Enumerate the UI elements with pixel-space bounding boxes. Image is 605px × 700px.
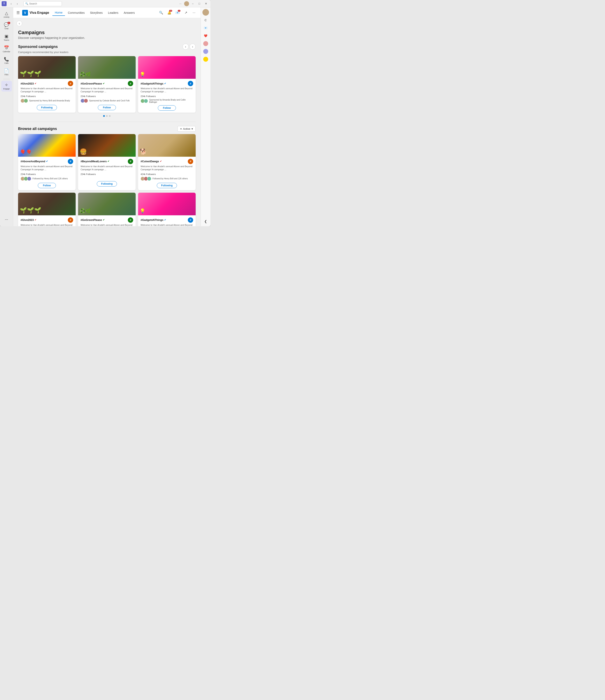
card-body-give2023: #Give2023 ✔ # Welcome to Van Arsdel's an…: [18, 79, 76, 112]
browse-section-title: Browse all campaigns: [18, 127, 57, 131]
nav-item-storylines[interactable]: Storylines: [87, 10, 105, 16]
hashtag-badge-give2023: #: [68, 81, 73, 86]
rs-btn-avatar-4[interactable]: [203, 56, 209, 62]
verified-icon-gadgetsnthings: ✔: [164, 82, 166, 85]
campaign-card-gadgetsnthings-2[interactable]: 💡 #GadgetsNThings ✔ #: [138, 193, 195, 226]
title-bar: T ‹ › 🔍 ··· – □ ✕: [0, 0, 210, 7]
rs-btn-2[interactable]: 📧: [203, 25, 209, 31]
sidebar-item-chat-label: Chat: [4, 28, 8, 30]
search-input[interactable]: [29, 2, 60, 5]
nav-item-answers[interactable]: Answers: [121, 10, 137, 16]
calendar-icon: 📅: [4, 45, 9, 50]
sidebar-item-files[interactable]: 📄 Files: [1, 67, 12, 77]
rs-btn-avatar-3[interactable]: [203, 48, 209, 55]
rs-collapse-button[interactable]: ❮: [203, 218, 209, 225]
engage-topnav: ☰ V Viva Engage Home Communities Storyli…: [13, 7, 201, 18]
campaign-card-give2023-2[interactable]: 🌱🌱🌱 #Give2023 ✔ #: [18, 193, 76, 226]
card-body-cutestdawgs: #CutestDawgs ✔ # Welcome to Van Arsdel's…: [138, 157, 195, 190]
sponsored-prev-button[interactable]: ‹: [183, 44, 189, 50]
right-sidebar: C 📧 ❤️ ❮: [201, 7, 210, 226]
sidebar-more: ···: [1, 214, 12, 225]
rs-btn-avatar-2[interactable]: [203, 40, 209, 47]
campaign-card-give2023[interactable]: 🌱🌱🌱 #Give2023 ✔ #: [18, 56, 76, 113]
mail-button[interactable]: 📧 1: [174, 9, 181, 16]
nav-item-communities[interactable]: Communities: [65, 10, 87, 16]
forward-nav-button[interactable]: ›: [15, 1, 20, 6]
campaign-card-gogreenplease-2[interactable]: ♻️🌿 #GoGreenPlease ✔ #: [78, 193, 136, 226]
filter-icon: ≡: [180, 127, 182, 130]
follow-button-bml[interactable]: Following: [97, 181, 117, 186]
card-action-aab: Follow: [21, 183, 73, 188]
sidebar-item-teams[interactable]: ▣ Teams: [1, 32, 12, 43]
campaign-card-beyondmeatlovers[interactable]: 🍔 #BeyondMeatLovers ✔ #: [78, 134, 136, 190]
sponsor-avatars-gadgetsnthings: [140, 99, 148, 103]
nav-item-leaders[interactable]: Leaders: [105, 10, 121, 16]
more-engage-button[interactable]: ···: [191, 9, 197, 16]
sidebar-item-chat[interactable]: 💬 Chat 1: [1, 21, 12, 31]
sponsored-section-header: Sponsored campaigns ‹ ›: [18, 44, 195, 50]
search-nav-button[interactable]: 🔍: [158, 9, 164, 16]
campaign-card-gogreenplease[interactable]: ♻️🌿 #GoGreenPlease ✔ #: [78, 56, 136, 113]
sponsored-section: Sponsored campaigns ‹ › Campaigns recomm…: [18, 44, 195, 117]
follow-button-gogreenplease[interactable]: Follow: [98, 105, 116, 110]
card-title-row-give2023-2: #Give2023 ✔ #: [21, 217, 73, 223]
close-button[interactable]: ✕: [203, 1, 209, 6]
verified-icon-give2023-2: ✔: [34, 219, 36, 221]
sponsor-avatar-2: [24, 99, 28, 103]
card-image-gadgetsnthings-2: 💡: [138, 193, 195, 215]
follower-avatar-3: [27, 177, 31, 181]
sidebar-item-calls[interactable]: 📞 Calls: [1, 55, 12, 66]
back-button[interactable]: ‹: [17, 21, 22, 26]
search-icon: 🔍: [25, 2, 28, 5]
sidebar-item-teams-label: Teams: [4, 39, 9, 41]
hashtag-badge-gogreenplease: #: [128, 81, 133, 86]
follow-button-aab[interactable]: Follow: [38, 183, 56, 188]
back-nav-button[interactable]: ‹: [8, 1, 14, 6]
rs-avatar-user[interactable]: [203, 9, 209, 16]
card-sponsor-give2023: Sponsored by Henry Brill and Amanda Brad…: [21, 99, 73, 103]
follower-avatars-cd: [140, 177, 151, 181]
sidebar-item-engage[interactable]: ✧ Engage: [1, 81, 12, 92]
card-image-gadgetsnthings: 💡: [138, 56, 195, 79]
dot-3[interactable]: [109, 115, 110, 117]
minimize-button[interactable]: –: [190, 1, 195, 6]
card-desc-bml: Welcome to Van Arsdel's annual Above and…: [81, 165, 133, 171]
search-bar[interactable]: 🔍: [23, 1, 62, 6]
maximize-button[interactable]: □: [196, 1, 202, 6]
verified-icon-gnt2: ✔: [164, 219, 166, 221]
sidebar-item-calendar[interactable]: 📅 Calendar: [1, 44, 12, 54]
campaign-card-gadgetsnthings[interactable]: 💡 #GadgetsNThings ✔ #: [138, 56, 195, 113]
rs-btn-heart[interactable]: ❤️: [203, 32, 209, 39]
campaign-card-aboveandbeyond[interactable]: 🎈🎈 #AboveAndBeyond ✔ #: [18, 134, 76, 190]
card-image-gogreenplease-2: ♻️🌿: [78, 193, 136, 215]
dot-1[interactable]: [103, 115, 105, 117]
follower-avatars-aab: [21, 177, 31, 181]
card-title-cd: #CutestDawgs ✔: [140, 160, 162, 163]
notifications-button[interactable]: 🔔 10: [166, 9, 173, 16]
sponsored-cards-grid: 🌱🌱🌱 #Give2023 ✔ #: [18, 56, 195, 113]
hamburger-icon[interactable]: ☰: [17, 10, 20, 15]
sidebar-item-calendar-label: Calendar: [3, 51, 10, 53]
sponsored-next-button[interactable]: ›: [189, 44, 195, 50]
follow-button-cd[interactable]: Following: [157, 183, 177, 188]
follow-button-give2023[interactable]: Following: [37, 105, 57, 110]
sidebar-item-activity[interactable]: △ Activity: [1, 9, 12, 20]
card-title-bml: #BeyondMeatLovers ✔: [81, 160, 109, 163]
hashtag-badge-give2023-2: #: [68, 217, 73, 223]
rs-btn-1[interactable]: C: [203, 17, 209, 23]
more-button[interactable]: ···: [178, 1, 183, 6]
verified-icon-cd: ✔: [160, 160, 162, 162]
filter-button[interactable]: ≡ Active ▾: [178, 126, 195, 132]
sidebar-more-button[interactable]: ···: [1, 214, 12, 225]
campaign-card-cutestdawgs[interactable]: 🐕 #CutestDawgs ✔ #: [138, 134, 195, 190]
user-avatar[interactable]: [184, 1, 189, 6]
card-title-row-cd: #CutestDawgs ✔ #: [140, 159, 193, 164]
follow-button-gadgetsnthings[interactable]: Follow: [158, 105, 176, 110]
card-image-give2023-2: 🌱🌱🌱: [18, 193, 76, 215]
card-image-aboveandbeyond: 🎈🎈: [18, 134, 76, 157]
share-button[interactable]: ↗: [183, 9, 189, 16]
sponsor-avatar-4: [84, 99, 88, 103]
dot-2[interactable]: [106, 115, 108, 117]
card-followers-cd: 424k Followers: [140, 173, 193, 175]
nav-item-home[interactable]: Home: [52, 10, 65, 16]
